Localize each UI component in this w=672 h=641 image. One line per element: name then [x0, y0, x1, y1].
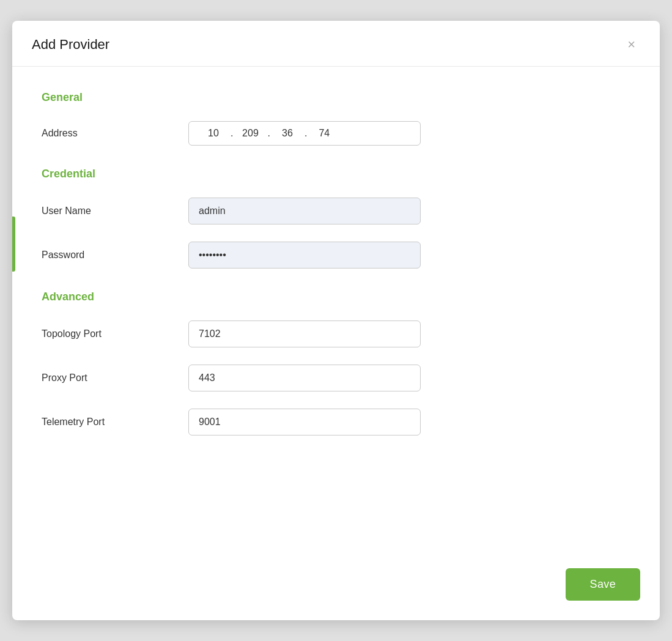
advanced-section-title: Advanced — [42, 291, 630, 303]
advanced-section: Advanced Topology Port Proxy Port Teleme… — [42, 291, 630, 435]
password-input-wrapper — [188, 242, 421, 269]
ip-dot-3: . — [302, 128, 309, 139]
telemetry-port-row: Telemetry Port — [42, 409, 630, 435]
address-input-wrapper: . . . — [188, 121, 421, 146]
telemetry-port-input-wrapper — [188, 409, 421, 435]
address-row: Address . . . — [42, 121, 630, 146]
ip-dot-1: . — [228, 128, 235, 139]
modal-header: Add Provider × — [12, 21, 660, 67]
modal-title: Add Provider — [32, 37, 109, 53]
add-provider-modal: Add Provider × General Address . . — [12, 21, 660, 620]
credential-section-title: Credential — [42, 168, 630, 180]
ip-dot-2: . — [265, 128, 272, 139]
ip-address-field[interactable]: . . . — [188, 121, 421, 146]
topology-port-label: Topology Port — [42, 328, 188, 339]
save-button[interactable]: Save — [566, 568, 640, 601]
topology-port-input[interactable] — [188, 320, 421, 347]
address-label: Address — [42, 128, 188, 139]
username-row: User Name — [42, 198, 630, 224]
modal-overlay: Add Provider × General Address . . — [0, 0, 672, 641]
general-section: General Address . . . — [42, 91, 630, 146]
password-input[interactable] — [188, 242, 421, 269]
proxy-port-row: Proxy Port — [42, 365, 630, 391]
close-button[interactable]: × — [622, 35, 640, 54]
proxy-port-input[interactable] — [188, 365, 421, 391]
telemetry-port-input[interactable] — [188, 409, 421, 435]
topology-port-row: Topology Port — [42, 320, 630, 347]
username-input[interactable] — [188, 198, 421, 224]
left-accent-bar — [12, 217, 15, 272]
username-label: User Name — [42, 206, 188, 217]
proxy-port-label: Proxy Port — [42, 372, 188, 383]
password-row: Password — [42, 242, 630, 269]
credential-section: Credential User Name Password — [42, 168, 630, 269]
ip-octet-2[interactable] — [235, 128, 265, 139]
general-section-title: General — [42, 91, 630, 104]
username-input-wrapper — [188, 198, 421, 224]
password-label: Password — [42, 250, 188, 261]
proxy-port-input-wrapper — [188, 365, 421, 391]
ip-octet-1[interactable] — [199, 128, 228, 139]
modal-footer: Save — [12, 558, 660, 620]
topology-port-input-wrapper — [188, 320, 421, 347]
telemetry-port-label: Telemetry Port — [42, 417, 188, 428]
modal-body: General Address . . . — [12, 67, 660, 558]
ip-octet-4[interactable] — [309, 128, 339, 139]
ip-octet-3[interactable] — [273, 128, 302, 139]
